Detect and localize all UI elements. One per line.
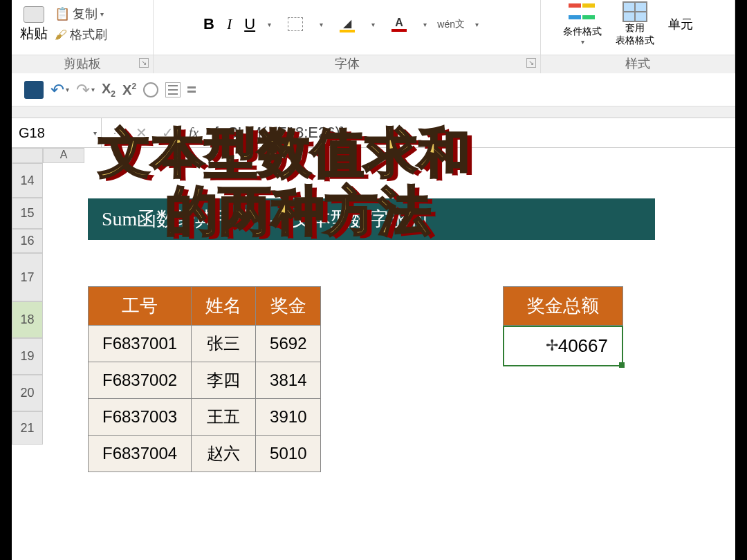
chevron-down-icon: ▾: [581, 38, 584, 46]
total-value: 40667: [558, 335, 608, 356]
name-box[interactable]: G18▾: [12, 118, 102, 147]
select-all-corner[interactable]: [12, 148, 43, 163]
circle-button[interactable]: [143, 82, 158, 97]
bold-button[interactable]: B: [203, 15, 214, 33]
overlay-line2: 的两种方法: [126, 182, 471, 240]
chevron-down-icon[interactable]: ▾: [371, 21, 375, 28]
row-header[interactable]: 17: [12, 253, 43, 301]
copy-icon: 📋: [55, 6, 70, 21]
total-header: 奖金总额: [503, 286, 623, 326]
clipboard-icon: [24, 6, 44, 23]
ribbon: 粘贴 📋 复制 ▾ 🖌 格式刷 B I: [12, 0, 735, 55]
border-button[interactable]: [284, 14, 307, 35]
total-cell[interactable]: ✢ 40667: [503, 326, 623, 366]
paste-label: 粘贴: [20, 24, 48, 43]
tbl-fmt-label1: 套用: [625, 22, 645, 35]
wen-bot: 文: [455, 18, 465, 30]
chevron-down-icon[interactable]: ▾: [423, 21, 427, 28]
name-box-value: G18: [19, 125, 45, 141]
fill-handle[interactable]: [619, 362, 625, 368]
conditional-format-button[interactable]: 条件格式 ▾: [563, 3, 602, 46]
row-header[interactable]: 20: [12, 375, 43, 411]
chevron-down-icon[interactable]: ▾: [320, 21, 323, 28]
paste-options-button[interactable]: [165, 82, 181, 97]
header-id: 工号: [89, 287, 192, 326]
cond-format-icon: [569, 3, 596, 26]
table-row[interactable]: F6837003王五3910: [89, 399, 321, 436]
chevron-down-icon: ▾: [100, 10, 104, 18]
cell-bonus[interactable]: 3814: [256, 362, 321, 399]
cell-bonus[interactable]: 3910: [256, 399, 321, 436]
phonetic-button[interactable]: wén文: [439, 14, 463, 35]
italic-button[interactable]: I: [227, 15, 232, 33]
launcher-icon[interactable]: ↘: [139, 58, 149, 68]
underline-button[interactable]: U: [244, 15, 255, 33]
overlay-line1: 文本型数值求和: [98, 124, 471, 182]
row-header[interactable]: 15: [12, 198, 43, 229]
cell-id[interactable]: F6837002: [89, 362, 192, 399]
cursor-icon: ✢: [546, 337, 558, 355]
header-bonus: 奖金: [256, 287, 321, 326]
wen-top: wén: [437, 19, 455, 30]
column-header-A[interactable]: A: [43, 148, 84, 163]
copy-label: 复制: [73, 6, 98, 22]
brush-icon: 🖌: [55, 28, 67, 42]
superscript-button[interactable]: X2: [122, 82, 136, 98]
row-header[interactable]: 21: [12, 411, 43, 445]
cell-style-label: 单元: [668, 16, 693, 32]
table-format-icon: [622, 1, 647, 22]
cell-id[interactable]: F6837003: [89, 399, 192, 436]
font-color-button[interactable]: A: [387, 14, 411, 35]
fill-color-button[interactable]: ◢: [335, 14, 359, 35]
copy-button[interactable]: 📋 复制 ▾: [55, 6, 107, 22]
table-row[interactable]: F6837004赵六5010: [89, 436, 321, 472]
row-header[interactable]: 18: [12, 301, 43, 338]
worksheet[interactable]: A 1415161718192021 Sum函数经典用法——文本型数字求和 文本…: [12, 148, 735, 560]
quick-access-toolbar: ↶▾ ↷▾ X2 X2: [12, 73, 735, 106]
table-row[interactable]: F6837001张三5692: [89, 326, 321, 362]
border-icon: [288, 17, 303, 31]
bucket-icon: ◢: [340, 17, 355, 32]
table-row[interactable]: F6837002李四3814: [89, 362, 321, 399]
redo-button[interactable]: ↷▾: [76, 80, 95, 100]
undo-button[interactable]: ↶▾: [50, 80, 69, 100]
row-header[interactable]: 14: [12, 163, 43, 198]
cell-id[interactable]: F6837001: [89, 326, 192, 362]
cell-name[interactable]: 赵六: [192, 436, 256, 472]
tbl-fmt-label2: 表格格式: [616, 35, 654, 47]
cell-name[interactable]: 王五: [192, 399, 256, 436]
cell-bonus[interactable]: 5692: [256, 326, 321, 362]
cell-style-button[interactable]: 单元: [668, 16, 693, 32]
chevron-down-icon[interactable]: ▾: [475, 21, 479, 28]
cell-name[interactable]: 李四: [192, 362, 256, 399]
data-table[interactable]: 工号 姓名 奖金 F6837001张三5692F6837002李四3814F68…: [88, 286, 321, 472]
save-button[interactable]: [24, 81, 44, 99]
ribbon-group-labels: 剪贴板↘ 字体↘ 样式: [12, 55, 735, 73]
clipboard-group-label: 剪贴板: [64, 57, 101, 71]
row-header[interactable]: 16: [12, 229, 43, 253]
customize-button[interactable]: [187, 84, 196, 95]
chevron-down-icon[interactable]: ▾: [268, 21, 271, 28]
cell-name[interactable]: 张三: [192, 326, 256, 362]
font-color-icon: A: [391, 17, 407, 32]
row-header[interactable]: 19: [12, 338, 43, 375]
cell-id[interactable]: F6837004: [89, 436, 192, 472]
cell-bonus[interactable]: 5010: [256, 436, 321, 472]
font-group-label: 字体: [335, 57, 360, 71]
total-box: 奖金总额 ✢ 40667: [503, 286, 623, 366]
styles-group-label: 样式: [625, 57, 650, 71]
video-overlay-title: 文本型数值求和 的两种方法: [98, 124, 471, 239]
cond-fmt-label: 条件格式: [563, 26, 602, 38]
subscript-button[interactable]: X2: [102, 81, 116, 99]
chevron-down-icon: ▾: [93, 129, 97, 137]
paste-button[interactable]: 粘贴: [20, 6, 48, 43]
format-painter-button[interactable]: 🖌 格式刷: [55, 26, 107, 43]
format-painter-label: 格式刷: [70, 26, 107, 43]
header-name: 姓名: [192, 287, 256, 326]
table-format-button[interactable]: 套用 表格格式: [616, 1, 654, 47]
launcher-icon[interactable]: ↘: [526, 58, 536, 68]
